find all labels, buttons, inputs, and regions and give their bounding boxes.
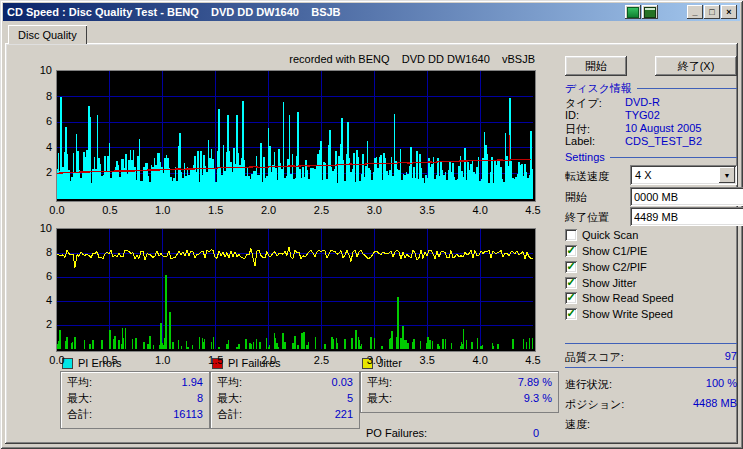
app-window: CD Speed : Disc Quality Test - BENQ DVD … [0, 0, 743, 449]
y-axis-tick-label: 6 [28, 270, 52, 282]
x-axis-tick-label: 3.0 [367, 354, 382, 366]
save-icon [644, 7, 656, 18]
po-failures-label: PO Failures: [366, 427, 427, 439]
jitter-pif-chart [56, 228, 536, 352]
speed-select-value: 4 X [630, 169, 719, 181]
tab-disc-quality[interactable]: Disc Quality [8, 25, 87, 44]
divider-line [565, 343, 737, 344]
y-axis-tick-label: 2 [28, 318, 52, 330]
po-failures-row: PO Failures: 0 [366, 427, 539, 439]
close-icon: × [726, 8, 731, 17]
stat-row: 合計:16113 [67, 406, 203, 422]
chart-header: recorded with BENQ DVD DD DW1640 vBSJB [230, 53, 535, 65]
checkbox-box: ✓ [565, 261, 577, 273]
x-axis-tick-label: 1.0 [155, 204, 170, 216]
position-value: 4488 MB [693, 397, 737, 412]
progress-label: 進行状況: [565, 377, 612, 392]
y-axis-tick-label: 10 [28, 64, 52, 76]
titlebar-button-gap [658, 12, 686, 13]
close-button[interactable]: × [721, 5, 737, 19]
divider-line [610, 157, 737, 158]
stat-label: 合計: [217, 406, 242, 422]
stat-value: 16113 [173, 406, 203, 422]
checkbox-show-write-speed[interactable]: ✓ Show Write Speed [565, 308, 673, 320]
y-axis-tick-label: 10 [28, 222, 52, 234]
x-axis-tick-label: 0.5 [102, 204, 117, 216]
disc-label-label: Label: [565, 135, 595, 147]
stat-label: 合計: [67, 406, 92, 422]
pi-errors-chart [56, 70, 536, 202]
exit-button[interactable]: 終了(X) [655, 56, 737, 76]
stat-row: 最大:5 [217, 390, 353, 406]
window-title: CD Speed : Disc Quality Test - BENQ DVD … [7, 6, 341, 18]
quality-score-value: 97 [725, 350, 737, 365]
start-position-input[interactable] [630, 187, 743, 206]
check-icon: ✓ [566, 245, 575, 256]
stat-value: 0.03 [332, 374, 353, 390]
x-axis-tick-label: 2.0 [261, 204, 276, 216]
position-label: ポジション: [565, 397, 624, 412]
stat-label: 最大: [217, 390, 242, 406]
stat-value: 8 [197, 390, 203, 406]
x-axis-tick-label: 4.5 [525, 354, 540, 366]
checkbox-show-c1-pie[interactable]: ✓ Show C1/PIE [565, 245, 647, 257]
checkbox-box: ✓ [565, 245, 577, 257]
disc-info-header: ディスク情報 [565, 81, 737, 96]
speed-select[interactable]: 4 X ▼ [630, 165, 737, 185]
stat-value: 7.89 % [518, 374, 552, 390]
transfer-speed-label: 転送速度 [565, 169, 609, 184]
x-axis-tick-label: 1.0 [155, 354, 170, 366]
check-icon: ✓ [566, 308, 575, 319]
checkbox-box: ✓ [565, 292, 577, 304]
maximize-button[interactable]: □ [704, 5, 720, 19]
titlebar[interactable]: CD Speed : Disc Quality Test - BENQ DVD … [3, 3, 740, 21]
end-position-label: 終了位置 [565, 210, 609, 225]
disc-info-title: ディスク情報 [565, 81, 632, 96]
tab-label: Disc Quality [18, 29, 77, 41]
settings-title: Settings [565, 151, 605, 163]
divider-line [637, 88, 737, 89]
progress-row: 進行状況: 100 % [565, 377, 737, 392]
quality-score-label: 品質スコア: [565, 350, 624, 365]
stat-row: 平均:7.89 % [367, 374, 552, 390]
save-button[interactable] [642, 5, 658, 19]
start-button[interactable]: 開始 [565, 56, 627, 76]
capture-button[interactable] [625, 5, 641, 19]
x-axis-tick-label: 4.5 [525, 204, 540, 216]
settings-header: Settings [565, 151, 737, 163]
x-axis-tick-label: 4.0 [472, 204, 487, 216]
checkbox-box [565, 229, 577, 241]
x-axis-tick-label: 0.5 [102, 354, 117, 366]
x-axis-tick-label: 0.0 [49, 354, 64, 366]
quality-score-row: 品質スコア: 97 [565, 350, 737, 365]
y-axis-tick-label: 8 [28, 246, 52, 258]
check-icon: ✓ [566, 292, 575, 303]
maximize-icon: □ [709, 8, 714, 17]
speed-dropdown-button[interactable]: ▼ [719, 167, 735, 183]
minimize-button[interactable]: _ [687, 5, 703, 19]
checkbox-show-read-speed[interactable]: ✓ Show Read Speed [565, 292, 674, 304]
pi-failures-stats-box: 平均:0.03 最大:5 合計:221 [210, 371, 360, 429]
stat-label: 最大: [367, 390, 392, 406]
end-position-input[interactable] [630, 207, 743, 226]
stat-row: 最大:9.3 % [367, 390, 552, 406]
y-axis-tick-label: 6 [28, 115, 52, 127]
y-axis-tick-label: 2 [28, 166, 52, 178]
x-axis-tick-label: 4.0 [472, 354, 487, 366]
checkbox-show-c2-pif[interactable]: ✓ Show C2/PIF [565, 261, 647, 273]
x-axis-tick-label: 2.5 [314, 204, 329, 216]
stat-value: 1.94 [182, 374, 203, 390]
y-axis-tick-label: 4 [28, 294, 52, 306]
x-axis-tick-label: 3.5 [420, 354, 435, 366]
stat-label: 平均: [367, 374, 392, 390]
progress-value: 100 % [706, 377, 737, 392]
checkbox-quick-scan[interactable]: Quick Scan [565, 229, 638, 241]
disc-id-label: ID: [565, 109, 579, 121]
po-failures-value: 0 [533, 427, 539, 439]
checkbox-label: Show C2/PIF [582, 261, 647, 273]
checkbox-show-jitter[interactable]: ✓ Show Jitter [565, 277, 636, 289]
check-icon: ✓ [566, 277, 575, 288]
minimize-icon: _ [692, 8, 697, 17]
y-axis-tick-label: 4 [28, 141, 52, 153]
titlebar-buttons: _ □ × [624, 5, 737, 19]
